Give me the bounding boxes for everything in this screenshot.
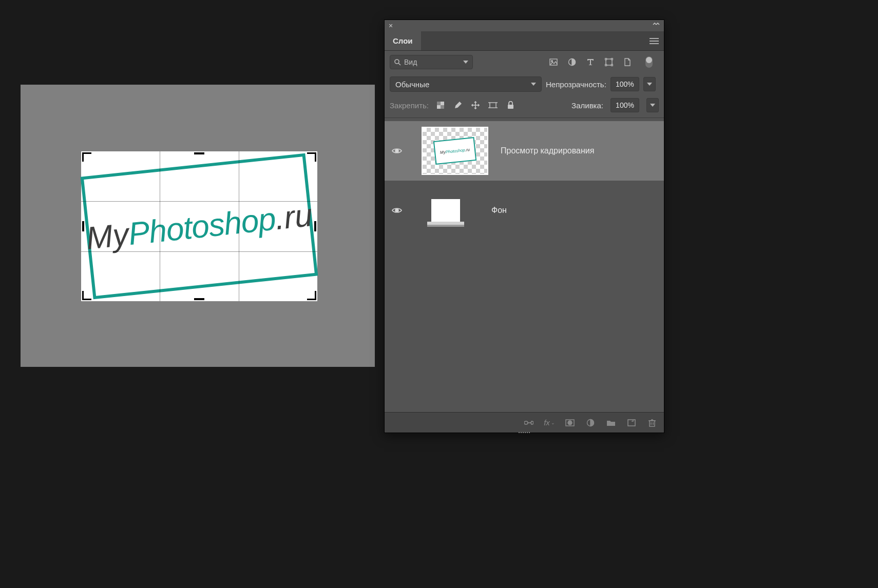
visibility-toggle[interactable] bbox=[385, 147, 409, 154]
svg-rect-23 bbox=[508, 105, 513, 109]
filter-toggle[interactable] bbox=[645, 56, 653, 68]
filter-type-icon[interactable] bbox=[586, 57, 595, 67]
lock-label: Закрепить: bbox=[390, 101, 429, 110]
svg-rect-30 bbox=[628, 420, 635, 426]
svg-rect-10 bbox=[612, 58, 613, 60]
layer-style-icon[interactable]: fx⌄ bbox=[545, 418, 554, 427]
chevron-down-icon bbox=[463, 61, 468, 64]
svg-rect-14 bbox=[437, 102, 441, 105]
svg-rect-12 bbox=[612, 65, 613, 66]
fill-dropdown-button[interactable] bbox=[646, 98, 659, 112]
lock-transparent-icon[interactable] bbox=[436, 101, 445, 110]
panel-menu-icon[interactable] bbox=[644, 37, 664, 45]
blend-opacity-row: Обычные Непрозрачность: 100% bbox=[385, 73, 664, 95]
layer-filter-select[interactable]: Вид bbox=[390, 55, 473, 69]
filter-icons bbox=[480, 56, 659, 68]
chevron-down-icon bbox=[647, 83, 652, 86]
opacity-field[interactable]: 100% bbox=[610, 77, 639, 91]
panel-tabs: Слои bbox=[385, 31, 664, 51]
logo-text: MyPhotoshop.ru bbox=[84, 197, 314, 257]
layer-thumbnail[interactable] bbox=[431, 199, 461, 222]
logo-prefix: My bbox=[84, 216, 130, 256]
layer-filter-label: Вид bbox=[404, 58, 417, 66]
fill-label: Заливка: bbox=[571, 101, 603, 110]
layer-name[interactable]: Просмотр кадрирования bbox=[501, 146, 659, 155]
svg-rect-31 bbox=[650, 421, 655, 426]
close-icon[interactable]: × bbox=[389, 22, 393, 29]
link-layers-icon[interactable] bbox=[524, 418, 533, 427]
lock-fill-row: Закрепить: Заливка: 100% bbox=[385, 95, 664, 118]
svg-point-6 bbox=[551, 61, 553, 62]
lock-icons bbox=[436, 101, 515, 110]
svg-rect-9 bbox=[605, 58, 607, 60]
svg-point-24 bbox=[395, 149, 398, 152]
svg-rect-18 bbox=[490, 103, 496, 108]
svg-rect-15 bbox=[441, 105, 444, 109]
new-layer-icon[interactable] bbox=[627, 418, 636, 427]
layers-panel: × Слои Вид Обычные bbox=[384, 19, 664, 433]
filter-shape-icon[interactable] bbox=[604, 57, 614, 67]
logo-accent: Photoshop bbox=[127, 201, 277, 251]
canvas-stage[interactable]: MyPhotoshop.ru bbox=[21, 85, 375, 367]
opacity-dropdown-button[interactable] bbox=[643, 77, 656, 91]
svg-line-4 bbox=[398, 63, 400, 65]
opacity-label: Непрозрачность: bbox=[546, 80, 606, 89]
layers-list: MyPhotoshop.ru Просмотр кадрирования Фон bbox=[385, 118, 664, 240]
filter-adjustment-icon[interactable] bbox=[567, 57, 577, 67]
tab-layers[interactable]: Слои bbox=[385, 31, 421, 50]
panel-header: × bbox=[385, 20, 664, 31]
logo-suffix: .ru bbox=[273, 197, 314, 236]
blend-mode-value: Обычные bbox=[395, 80, 429, 89]
layer-row[interactable]: Фон bbox=[385, 181, 664, 240]
layer-row[interactable]: MyPhotoshop.ru Просмотр кадрирования bbox=[385, 121, 664, 181]
resize-grip[interactable] bbox=[514, 432, 535, 434]
lock-position-icon[interactable] bbox=[471, 101, 480, 110]
svg-rect-11 bbox=[605, 65, 607, 66]
visibility-toggle[interactable] bbox=[385, 207, 409, 214]
logo-frame: MyPhotoshop.ru bbox=[81, 153, 318, 300]
filter-row: Вид bbox=[385, 51, 664, 73]
tab-layers-label: Слои bbox=[393, 36, 413, 45]
document-canvas[interactable]: MyPhotoshop.ru bbox=[81, 151, 317, 301]
delete-layer-icon[interactable] bbox=[647, 418, 657, 427]
opacity-value: 100% bbox=[616, 80, 634, 88]
filter-pixel-icon[interactable] bbox=[549, 57, 558, 67]
lock-all-icon[interactable] bbox=[506, 101, 515, 110]
filter-smart-icon[interactable] bbox=[623, 57, 632, 67]
lock-artboard-icon[interactable] bbox=[488, 101, 498, 110]
panel-footer: fx⌄ bbox=[385, 412, 664, 433]
svg-point-25 bbox=[395, 209, 398, 212]
svg-point-28 bbox=[568, 421, 572, 425]
svg-point-3 bbox=[395, 60, 399, 64]
fill-value: 100% bbox=[616, 101, 634, 109]
lock-pixels-icon[interactable] bbox=[453, 101, 463, 110]
chevron-down-icon bbox=[531, 83, 536, 86]
add-mask-icon[interactable] bbox=[565, 418, 575, 427]
layer-thumbnail[interactable]: MyPhotoshop.ru bbox=[422, 127, 488, 175]
fill-field[interactable]: 100% bbox=[610, 98, 639, 112]
collapse-icon[interactable] bbox=[653, 23, 660, 29]
blend-mode-select[interactable]: Обычные bbox=[390, 76, 542, 92]
new-adjustment-icon[interactable] bbox=[586, 418, 595, 427]
chevron-down-icon bbox=[650, 104, 655, 107]
layer-name[interactable]: Фон bbox=[491, 206, 659, 215]
new-group-icon[interactable] bbox=[606, 418, 616, 427]
